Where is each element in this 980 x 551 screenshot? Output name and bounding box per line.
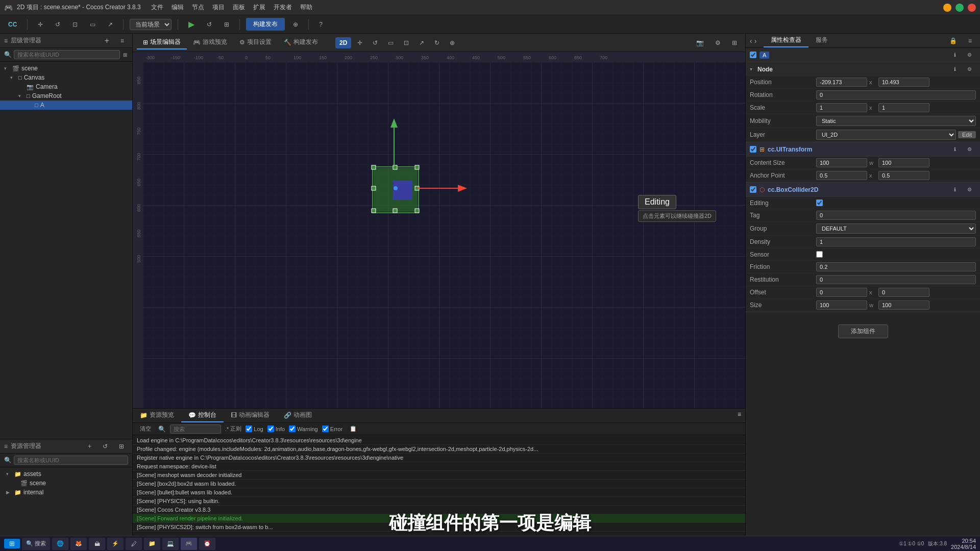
tree-item-scene[interactable]: ▾ 🎬 scene [0,64,132,73]
maximize-button[interactable] [955,4,964,12]
menu-extension[interactable]: 扩展 [253,3,265,12]
services-tab[interactable]: 服务 [808,34,835,47]
sensor-checkbox[interactable] [816,251,823,258]
add-component-button[interactable]: 添加组件 [838,324,888,338]
boxcollider2d-header[interactable]: ⬡ cc.BoxCollider2D ℹ ⚙ [746,183,980,197]
tool-refresh[interactable]: ↻ [430,37,444,48]
rotation-input[interactable] [816,90,976,99]
menu-developer[interactable]: 开发者 [274,3,292,12]
boxcollider2d-info[interactable]: ℹ [950,185,960,194]
help-button[interactable]: ? [315,19,327,30]
node-info-button[interactable]: ℹ [950,50,960,60]
scene-tab-preview[interactable]: 🎮 游戏预览 [187,36,233,49]
tree-item-gameroot[interactable]: ▾ □ GameRoot [0,91,132,101]
console-tab-asset-preview[interactable]: 📁 资源预览 [133,409,181,422]
offset-y-input[interactable] [878,288,929,297]
taskbar-firefox-button[interactable]: 🦊 [70,538,87,550]
node-section-settings[interactable]: ⚙ [963,64,976,74]
asset-tree-item-internal[interactable]: ▶ 📁 internal [2,488,130,497]
console-copy-button[interactable]: 📋 [347,424,360,433]
menu-panel[interactable]: 面板 [233,3,245,12]
console-panel-menu[interactable]: ≡ [733,409,745,422]
play-button[interactable]: ▶ [184,17,199,31]
taskbar-search-button[interactable]: 🔍 搜索 [22,538,50,550]
platform-button[interactable]: ⊕ [289,19,302,30]
console-tab-animation-graph[interactable]: 🔗 动画图 [277,409,319,422]
node-active-checkbox[interactable] [750,52,756,58]
warning-checkbox[interactable] [289,425,296,432]
console-search-input[interactable] [170,424,221,434]
anchor-y-input[interactable] [878,171,929,180]
2d-mode-button[interactable]: 2D [335,37,351,48]
tool-move[interactable]: ✛ [353,37,366,48]
hierarchy-sort-button[interactable]: ⊞ [122,51,128,59]
scene-tab-build[interactable]: 🔨 构建发布 [278,36,324,49]
group-select[interactable]: DEFAULT [816,223,976,234]
density-input[interactable] [816,237,976,246]
position-x-input[interactable] [816,78,867,87]
size-w-input[interactable] [816,300,867,310]
size-h-input[interactable] [878,300,929,310]
hierarchy-menu-button[interactable]: ≡ [116,35,128,46]
viewport-layout-button[interactable]: ⊞ [728,37,741,48]
nav-back-button[interactable]: ‹ [750,37,752,45]
props-menu-button[interactable]: ≡ [964,35,976,46]
position-y-input[interactable] [878,78,929,87]
layout-button[interactable]: ⊞ [220,19,233,30]
friction-input[interactable] [816,262,976,271]
asset-refresh-button[interactable]: ↺ [99,441,112,452]
error-checkbox[interactable] [322,425,329,432]
menu-edit[interactable]: 编辑 [172,3,184,12]
taskbar-vscode-button[interactable]: ⚡ [107,538,124,550]
scene-tab-settings[interactable]: ⚙ 项目设置 [233,36,278,49]
asset-tree-item-scene[interactable]: 🎬 scene [2,479,130,488]
toolbar-mode-toggle[interactable]: CC [4,19,21,30]
mobility-select[interactable]: Static Dynamic [816,116,976,126]
console-tab-console[interactable]: 💬 控制台 [181,409,224,422]
node-section-header[interactable]: ▾ Node ℹ ⚙ [746,62,980,76]
viewport-settings-button[interactable]: ⚙ [711,37,725,48]
nav-forward-button[interactable]: › [754,37,757,45]
boxcollider2d-settings[interactable]: ⚙ [963,185,976,194]
scene-viewport[interactable]: -300 -150 -100 -50 0 50 100 150 200 250 … [133,52,745,408]
tool-snap[interactable]: ⊕ [446,37,459,48]
toolbar-transform-scale[interactable]: ⊡ [68,19,82,30]
layer-edit-button[interactable]: Edit [958,131,976,138]
uitransform-settings[interactable]: ⚙ [963,144,976,154]
toolbar-transform-rotate[interactable]: ↺ [51,19,64,30]
taskbar-ide-button[interactable]: 💻 [162,538,179,550]
scale-x-input[interactable] [816,103,867,112]
asset-add-button[interactable]: + [84,441,95,452]
layer-select[interactable]: UI_2D [816,130,956,140]
props-tab[interactable]: 属性检查器 [764,34,808,47]
taskbar-ie-button[interactable]: 🌐 [52,538,68,550]
scene-selector[interactable]: 当前场景 [130,19,172,30]
tool-arrow[interactable]: ↗ [415,37,428,48]
publish-button[interactable]: 构建发布 [246,18,285,31]
node-settings-button[interactable]: ⚙ [963,50,976,60]
tool-rotate[interactable]: ↺ [369,37,382,48]
taskbar-timer-button[interactable]: ⏰ [199,538,215,550]
tree-item-camera[interactable]: 📷 Camera [0,82,132,91]
uitransform-info[interactable]: ℹ [950,144,960,154]
content-size-h-input[interactable] [878,158,929,167]
close-button[interactable] [968,4,976,12]
node-section-info[interactable]: ℹ [950,64,960,74]
offset-x-input[interactable] [816,288,867,297]
menu-help[interactable]: 帮助 [300,3,312,12]
taskbar-edge-button[interactable]: 🏔 [89,538,105,550]
hierarchy-add-button[interactable]: + [101,34,113,47]
content-size-w-input[interactable] [816,158,867,167]
uitransform-header[interactable]: ⊞ cc.UITransform ℹ ⚙ [746,142,980,157]
tool-scale[interactable]: ▭ [384,37,398,48]
toolbar-transform-combo[interactable]: ↗ [104,19,117,30]
tool-rect[interactable]: ⊡ [400,37,413,48]
toolbar-transform-move[interactable]: ✛ [34,19,47,30]
asset-tree-item-assets[interactable]: ▾ 📁 assets [2,469,130,479]
reset-button[interactable]: ↺ [203,19,216,30]
asset-search-input[interactable] [14,456,128,465]
restitution-input[interactable] [816,275,976,284]
taskbar-explorer-button[interactable]: 📁 [144,538,160,550]
toolbar-transform-rect[interactable]: ▭ [86,19,100,30]
console-clear-button[interactable]: 清空 [137,424,154,434]
